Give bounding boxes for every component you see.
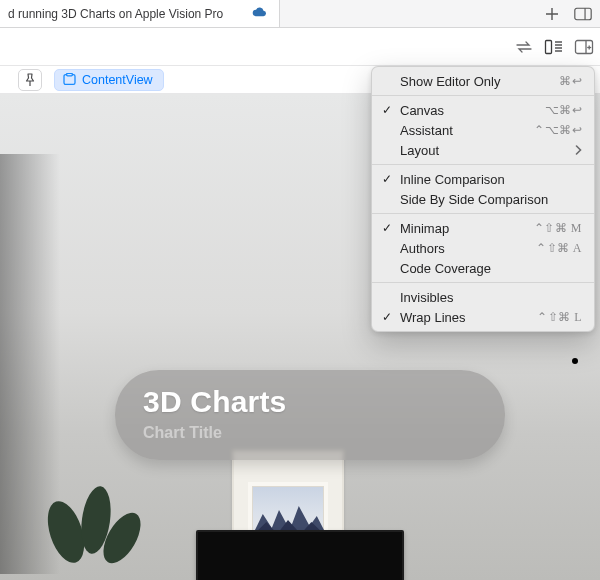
refresh-arrows-icon[interactable]: [514, 38, 534, 56]
cloud-icon: [251, 7, 267, 21]
pin-button[interactable]: [18, 69, 42, 91]
editor-toolbar: [0, 28, 600, 66]
svg-rect-13: [67, 73, 73, 75]
swift-file-icon: [63, 73, 76, 86]
menu-invisibles[interactable]: Invisibles: [372, 287, 594, 307]
svg-rect-2: [546, 40, 552, 53]
menu-authors[interactable]: Authors ⌃⇧⌘ A: [372, 238, 594, 258]
menu-separator: [372, 213, 594, 214]
menu-minimap[interactable]: ✓ Minimap ⌃⇧⌘ M: [372, 218, 594, 238]
menu-side-by-side-comparison[interactable]: Side By Side Comparison: [372, 189, 594, 209]
check-icon: ✓: [382, 310, 394, 324]
shortcut-label: ⌃⌥⌘↩: [534, 123, 582, 138]
menu-code-coverage[interactable]: Code Coverage: [372, 258, 594, 278]
menu-wrap-lines[interactable]: ✓ Wrap Lines ⌃⇧⌘ L: [372, 307, 594, 327]
menu-inline-comparison[interactable]: ✓ Inline Comparison: [372, 169, 594, 189]
editor-options-icon[interactable]: [544, 38, 564, 56]
menu-layout[interactable]: Layout: [372, 140, 594, 160]
editor-options-menu: Show Editor Only ⌘↩ ✓ Canvas ⌥⌘↩ Assista…: [371, 66, 595, 332]
svg-rect-0: [575, 8, 591, 19]
add-editor-icon[interactable]: [574, 38, 594, 56]
check-icon: ✓: [382, 172, 394, 186]
breadcrumb-label: ContentView: [82, 73, 153, 87]
plant-decor: [36, 460, 156, 580]
chart-title-card[interactable]: 3D Charts Chart Title: [115, 370, 505, 460]
shortcut-label: ⌥⌘↩: [545, 103, 583, 118]
check-icon: ✓: [382, 103, 394, 117]
menu-separator: [372, 164, 594, 165]
tab-title: d running 3D Charts on Apple Vision Pro: [8, 7, 245, 21]
menu-separator: [372, 282, 594, 283]
card-title: 3D Charts: [143, 386, 477, 418]
breadcrumb-chip[interactable]: ContentView: [54, 69, 164, 91]
menu-show-editor-only[interactable]: Show Editor Only ⌘↩: [372, 71, 594, 91]
new-tab-button[interactable]: [538, 0, 566, 28]
card-subtitle: Chart Title: [143, 424, 477, 442]
window-tab[interactable]: d running 3D Charts on Apple Vision Pro: [0, 0, 280, 27]
shortcut-label: ⌃⇧⌘ M: [534, 221, 582, 236]
check-icon: ✓: [382, 221, 394, 235]
menu-separator: [372, 95, 594, 96]
shortcut-label: ⌃⇧⌘ A: [536, 241, 582, 256]
resize-handle[interactable]: [572, 358, 578, 364]
chevron-right-icon: [575, 143, 582, 158]
shortcut-label: ⌃⇧⌘ L: [537, 310, 582, 325]
window-tab-bar: d running 3D Charts on Apple Vision Pro: [0, 0, 600, 28]
menu-assistant[interactable]: Assistant ⌃⌥⌘↩: [372, 120, 594, 140]
right-sidebar-toggle-icon[interactable]: [566, 0, 600, 28]
tv-screen: [196, 530, 404, 580]
shortcut-label: ⌘↩: [559, 74, 582, 89]
menu-canvas[interactable]: ✓ Canvas ⌥⌘↩: [372, 100, 594, 120]
